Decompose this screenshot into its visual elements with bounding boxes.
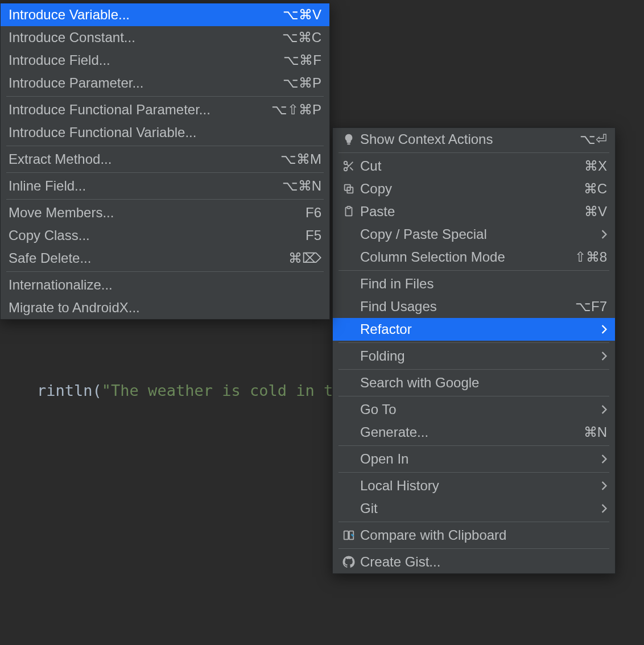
menu-separator (338, 548, 609, 549)
menu-item-refactor[interactable]: Refactor (333, 318, 615, 341)
menu-item-shortcut: ⌥⏎ (568, 128, 607, 151)
context-menu: Show Context Actions⌥⏎Cut⌘XCopy⌘CPaste⌘V… (332, 127, 616, 574)
svg-rect-10 (344, 531, 348, 540)
menu-item-find-in-files[interactable]: Find in Files (333, 272, 615, 295)
diff-icon (341, 529, 357, 541)
clipboard-icon (341, 205, 357, 218)
menu-item-label: Inline Field... (9, 175, 271, 197)
menu-item-migrate-androidx[interactable]: Migrate to AndroidX... (1, 296, 329, 319)
menu-item-copy[interactable]: Copy⌘C (333, 177, 615, 200)
menu-item-shortcut: ⌥⌘M (269, 148, 321, 171)
menu-item-shortcut: ⌘V (573, 200, 607, 223)
submenu-arrow-icon (590, 325, 607, 334)
svg-point-2 (344, 168, 348, 171)
copy-icon (341, 183, 357, 195)
submenu-arrow-icon (590, 405, 607, 414)
menu-item-find-usages[interactable]: Find Usages⌥F7 (333, 295, 615, 318)
refactor-submenu: Introduce Variable...⌥⌘VIntroduce Consta… (0, 3, 330, 320)
menu-item-show-context-actions[interactable]: Show Context Actions⌥⏎ (333, 128, 615, 151)
menu-item-folding[interactable]: Folding (333, 345, 615, 367)
github-icon (341, 556, 357, 568)
menu-item-copy-class[interactable]: Copy Class...F5 (1, 224, 329, 247)
menu-separator (6, 146, 324, 146)
menu-item-label: Local History (357, 474, 590, 497)
menu-item-create-gist[interactable]: Create Gist... (333, 551, 615, 573)
menu-item-shortcut: ⌥⌘F (272, 49, 321, 72)
menu-item-search-with-google[interactable]: Search with Google (333, 371, 615, 394)
menu-separator (6, 271, 324, 272)
menu-item-label: Safe Delete... (9, 247, 277, 270)
submenu-arrow-icon (590, 352, 607, 361)
menu-separator (338, 522, 609, 522)
menu-item-shortcut: ⌥⌘N (271, 175, 321, 197)
menu-item-shortcut: F6 (294, 201, 321, 224)
menu-item-label: Git (357, 497, 590, 520)
code-identifier: rintln (37, 382, 93, 399)
menu-item-paste[interactable]: Paste⌘V (333, 200, 615, 223)
menu-item-label: Introduce Parameter... (9, 72, 271, 94)
submenu-arrow-icon (590, 230, 607, 239)
menu-item-label: Create Gist... (357, 551, 607, 573)
menu-item-introduce-constant[interactable]: Introduce Constant...⌥⌘C (1, 26, 329, 49)
submenu-arrow-icon (590, 504, 607, 513)
menu-item-label: Folding (357, 345, 590, 367)
menu-item-cut[interactable]: Cut⌘X (333, 155, 615, 177)
menu-item-label: Refactor (357, 318, 590, 341)
svg-line-4 (350, 167, 353, 170)
menu-item-extract-method[interactable]: Extract Method...⌥⌘M (1, 148, 329, 171)
menu-item-open-in[interactable]: Open In (333, 448, 615, 470)
code-line: rintln("The weather is cold in the UK" (0, 364, 389, 417)
menu-item-label: Find Usages (357, 295, 564, 318)
menu-separator (338, 445, 609, 446)
menu-item-label: Migrate to AndroidX... (9, 296, 321, 319)
menu-item-label: Paste (357, 200, 573, 223)
menu-item-local-history[interactable]: Local History (333, 474, 615, 497)
menu-item-introduce-parameter[interactable]: Introduce Parameter...⌥⌘P (1, 72, 329, 94)
menu-item-shortcut: ⌥⌘V (271, 3, 321, 26)
menu-item-go-to[interactable]: Go To (333, 398, 615, 421)
menu-item-safe-delete[interactable]: Safe Delete...⌘⌦ (1, 247, 329, 270)
menu-item-introduce-field[interactable]: Introduce Field...⌥⌘F (1, 49, 329, 72)
menu-item-shortcut: ⌘N (572, 421, 607, 444)
menu-item-column-selection-mode[interactable]: Column Selection Mode⇧⌘8 (333, 246, 615, 268)
menu-item-generate[interactable]: Generate...⌘N (333, 421, 615, 444)
menu-item-copy-paste-special[interactable]: Copy / Paste Special (333, 223, 615, 246)
menu-item-introduce-variable[interactable]: Introduce Variable...⌥⌘V (1, 3, 329, 26)
code-paren-open: ( (93, 382, 102, 399)
menu-separator (6, 172, 324, 173)
menu-item-internationalize[interactable]: Internationalize... (1, 274, 329, 296)
svg-rect-0 (347, 143, 350, 144)
menu-item-introduce-functional-variable[interactable]: Introduce Functional Variable... (1, 121, 329, 144)
submenu-arrow-icon (590, 481, 607, 490)
menu-item-introduce-functional-parameter[interactable]: Introduce Functional Parameter...⌥⇧⌘P (1, 98, 329, 121)
menu-item-inline-field[interactable]: Inline Field...⌥⌘N (1, 175, 329, 197)
menu-item-label: Introduce Constant... (9, 26, 271, 49)
menu-item-shortcut: ⌥⇧⌘P (260, 98, 321, 121)
menu-separator (338, 472, 609, 473)
menu-item-label: Find in Files (357, 272, 607, 295)
menu-item-label: Introduce Functional Parameter... (9, 98, 260, 121)
menu-separator (338, 342, 609, 343)
menu-item-label: Show Context Actions (357, 128, 568, 151)
menu-separator (338, 396, 609, 396)
menu-item-label: Internationalize... (9, 274, 321, 296)
menu-item-move-members[interactable]: Move Members...F6 (1, 201, 329, 224)
menu-item-shortcut: ⌥F7 (564, 295, 607, 318)
menu-item-git[interactable]: Git (333, 497, 615, 520)
menu-item-label: Introduce Variable... (9, 3, 271, 26)
svg-point-1 (344, 162, 348, 165)
svg-line-5 (346, 164, 349, 166)
menu-item-label: Search with Google (357, 371, 607, 394)
menu-item-label: Column Selection Mode (357, 246, 563, 268)
menu-item-label: Extract Method... (9, 148, 269, 171)
menu-separator (338, 369, 609, 370)
menu-item-label: Move Members... (9, 201, 294, 224)
menu-item-label: Copy (357, 177, 572, 200)
menu-item-compare-clipboard[interactable]: Compare with Clipboard (333, 524, 615, 547)
menu-item-label: Cut (357, 155, 573, 177)
menu-item-shortcut: ⌘X (573, 155, 607, 177)
submenu-arrow-icon (590, 454, 607, 464)
menu-separator (338, 152, 609, 153)
menu-item-label: Copy / Paste Special (357, 223, 590, 246)
menu-item-label: Compare with Clipboard (357, 524, 607, 547)
